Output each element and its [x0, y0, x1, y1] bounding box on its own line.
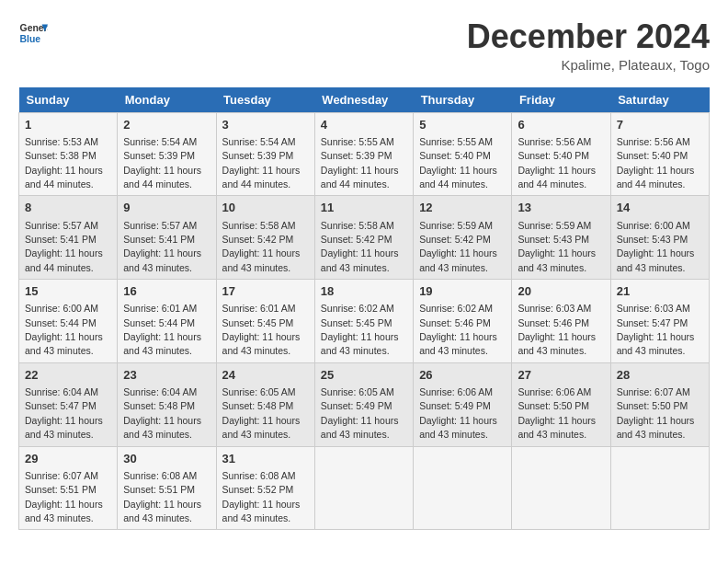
calendar-week-4: 22 Sunrise: 6:04 AMSunset: 5:47 PMDaylig…	[19, 362, 710, 446]
calendar-cell: 26 Sunrise: 6:06 AMSunset: 5:49 PMDaylig…	[414, 362, 512, 446]
day-number: 18	[321, 283, 407, 300]
calendar-week-2: 8 Sunrise: 5:57 AMSunset: 5:41 PMDayligh…	[19, 196, 710, 280]
col-sunday: Sunday	[19, 87, 118, 113]
calendar-cell: 5 Sunrise: 5:55 AMSunset: 5:40 PMDayligh…	[414, 112, 512, 196]
col-thursday: Thursday	[414, 87, 512, 113]
month-title: December 2024	[467, 18, 710, 55]
day-detail: Sunrise: 5:54 AMSunset: 5:39 PMDaylight:…	[222, 136, 301, 190]
day-detail: Sunrise: 6:01 AMSunset: 5:44 PMDaylight:…	[123, 303, 201, 356]
day-detail: Sunrise: 5:57 AMSunset: 5:41 PMDaylight:…	[25, 220, 103, 273]
col-friday: Friday	[512, 87, 610, 113]
calendar-cell: 24 Sunrise: 6:05 AMSunset: 5:48 PMDaylig…	[216, 362, 314, 446]
day-detail: Sunrise: 6:06 AMSunset: 5:50 PMDaylight:…	[518, 386, 596, 440]
day-number: 31	[222, 451, 309, 467]
day-detail: Sunrise: 6:05 AMSunset: 5:48 PMDaylight:…	[222, 386, 301, 440]
day-detail: Sunrise: 5:57 AMSunset: 5:41 PMDaylight:…	[123, 220, 201, 273]
header-row: Sunday Monday Tuesday Wednesday Thursday…	[19, 87, 710, 113]
calendar-cell: 30 Sunrise: 6:08 AMSunset: 5:51 PMDaylig…	[118, 446, 216, 530]
calendar-cell: 15 Sunrise: 6:00 AMSunset: 5:44 PMDaylig…	[19, 280, 118, 363]
day-number: 30	[123, 451, 210, 467]
col-monday: Monday	[118, 87, 216, 113]
day-number: 20	[518, 283, 604, 300]
col-wednesday: Wednesday	[314, 87, 413, 113]
calendar-cell: 29 Sunrise: 6:07 AMSunset: 5:51 PMDaylig…	[19, 446, 118, 530]
calendar-cell: 27 Sunrise: 6:06 AMSunset: 5:50 PMDaylig…	[512, 362, 610, 446]
day-number: 16	[123, 283, 210, 300]
day-number: 11	[321, 200, 407, 216]
calendar-cell: 18 Sunrise: 6:02 AMSunset: 5:45 PMDaylig…	[314, 280, 413, 363]
day-detail: Sunrise: 6:00 AMSunset: 5:43 PMDaylight:…	[617, 220, 695, 273]
day-detail: Sunrise: 6:02 AMSunset: 5:46 PMDaylight:…	[419, 303, 497, 356]
day-number: 23	[123, 367, 210, 384]
day-detail: Sunrise: 6:02 AMSunset: 5:45 PMDaylight:…	[321, 303, 399, 356]
svg-text:Blue: Blue	[20, 34, 41, 44]
calendar-cell: 8 Sunrise: 5:57 AMSunset: 5:41 PMDayligh…	[19, 196, 118, 280]
calendar-cell	[610, 446, 709, 530]
day-number: 14	[617, 200, 703, 216]
day-number: 4	[321, 117, 407, 133]
day-number: 22	[25, 367, 111, 384]
day-detail: Sunrise: 5:55 AMSunset: 5:40 PMDaylight:…	[419, 136, 497, 190]
day-number: 17	[222, 283, 309, 300]
calendar-cell: 19 Sunrise: 6:02 AMSunset: 5:46 PMDaylig…	[414, 280, 512, 363]
day-number: 3	[222, 117, 309, 133]
day-detail: Sunrise: 5:58 AMSunset: 5:42 PMDaylight:…	[321, 220, 399, 273]
logo-icon: General Blue	[18, 18, 48, 48]
day-detail: Sunrise: 6:04 AMSunset: 5:48 PMDaylight:…	[123, 386, 201, 440]
day-detail: Sunrise: 5:53 AMSunset: 5:38 PMDaylight:…	[25, 136, 103, 190]
day-number: 19	[419, 283, 506, 300]
day-number: 28	[617, 367, 703, 384]
calendar-week-1: 1 Sunrise: 5:53 AMSunset: 5:38 PMDayligh…	[19, 112, 710, 196]
calendar-table: Sunday Monday Tuesday Wednesday Thursday…	[18, 87, 710, 531]
day-detail: Sunrise: 6:03 AMSunset: 5:46 PMDaylight:…	[518, 303, 596, 356]
day-number: 15	[25, 283, 111, 300]
calendar-cell: 21 Sunrise: 6:03 AMSunset: 5:47 PMDaylig…	[610, 280, 709, 363]
calendar-cell: 20 Sunrise: 6:03 AMSunset: 5:46 PMDaylig…	[512, 280, 610, 363]
calendar-cell: 25 Sunrise: 6:05 AMSunset: 5:49 PMDaylig…	[314, 362, 413, 446]
day-number: 21	[617, 283, 703, 300]
day-number: 8	[25, 200, 111, 216]
day-detail: Sunrise: 5:59 AMSunset: 5:42 PMDaylight:…	[419, 220, 497, 273]
day-detail: Sunrise: 6:08 AMSunset: 5:52 PMDaylight:…	[222, 470, 301, 523]
calendar-cell: 6 Sunrise: 5:56 AMSunset: 5:40 PMDayligh…	[512, 112, 610, 196]
location-subtitle: Kpalime, Plateaux, Togo	[467, 57, 710, 73]
calendar-cell	[414, 446, 512, 530]
day-number: 7	[617, 117, 703, 133]
calendar-cell: 28 Sunrise: 6:07 AMSunset: 5:50 PMDaylig…	[610, 362, 709, 446]
calendar-cell: 31 Sunrise: 6:08 AMSunset: 5:52 PMDaylig…	[216, 446, 314, 530]
calendar-cell: 13 Sunrise: 5:59 AMSunset: 5:43 PMDaylig…	[512, 196, 610, 280]
day-number: 10	[222, 200, 309, 216]
day-detail: Sunrise: 5:59 AMSunset: 5:43 PMDaylight:…	[518, 220, 596, 273]
calendar-cell: 3 Sunrise: 5:54 AMSunset: 5:39 PMDayligh…	[216, 112, 314, 196]
calendar-cell: 12 Sunrise: 5:59 AMSunset: 5:42 PMDaylig…	[414, 196, 512, 280]
day-number: 25	[321, 367, 407, 384]
day-detail: Sunrise: 6:01 AMSunset: 5:45 PMDaylight:…	[222, 303, 301, 356]
day-number: 13	[518, 200, 604, 216]
day-number: 27	[518, 367, 604, 384]
calendar-cell: 2 Sunrise: 5:54 AMSunset: 5:39 PMDayligh…	[118, 112, 216, 196]
day-detail: Sunrise: 6:05 AMSunset: 5:49 PMDaylight:…	[321, 386, 399, 440]
calendar-cell: 11 Sunrise: 5:58 AMSunset: 5:42 PMDaylig…	[314, 196, 413, 280]
day-detail: Sunrise: 6:03 AMSunset: 5:47 PMDaylight:…	[617, 303, 695, 356]
day-number: 2	[123, 117, 210, 133]
calendar-cell	[314, 446, 413, 530]
day-number: 6	[518, 117, 604, 133]
title-block: December 2024 Kpalime, Plateaux, Togo	[467, 18, 710, 73]
calendar-week-3: 15 Sunrise: 6:00 AMSunset: 5:44 PMDaylig…	[19, 280, 710, 363]
day-number: 24	[222, 367, 309, 384]
calendar-cell: 16 Sunrise: 6:01 AMSunset: 5:44 PMDaylig…	[118, 280, 216, 363]
calendar-cell: 17 Sunrise: 6:01 AMSunset: 5:45 PMDaylig…	[216, 280, 314, 363]
day-number: 5	[419, 117, 506, 133]
day-detail: Sunrise: 6:07 AMSunset: 5:51 PMDaylight:…	[25, 470, 103, 523]
calendar-cell: 7 Sunrise: 5:56 AMSunset: 5:40 PMDayligh…	[610, 112, 709, 196]
calendar-cell: 1 Sunrise: 5:53 AMSunset: 5:38 PMDayligh…	[19, 112, 118, 196]
day-number: 12	[419, 200, 506, 216]
page-header: General Blue December 2024 Kpalime, Plat…	[18, 18, 710, 73]
day-detail: Sunrise: 6:08 AMSunset: 5:51 PMDaylight:…	[123, 470, 201, 523]
day-detail: Sunrise: 5:55 AMSunset: 5:39 PMDaylight:…	[321, 136, 399, 190]
calendar-cell: 9 Sunrise: 5:57 AMSunset: 5:41 PMDayligh…	[118, 196, 216, 280]
day-detail: Sunrise: 6:06 AMSunset: 5:49 PMDaylight:…	[419, 386, 497, 440]
logo: General Blue	[18, 18, 48, 48]
day-detail: Sunrise: 6:07 AMSunset: 5:50 PMDaylight:…	[617, 386, 695, 440]
day-number: 29	[25, 451, 111, 467]
